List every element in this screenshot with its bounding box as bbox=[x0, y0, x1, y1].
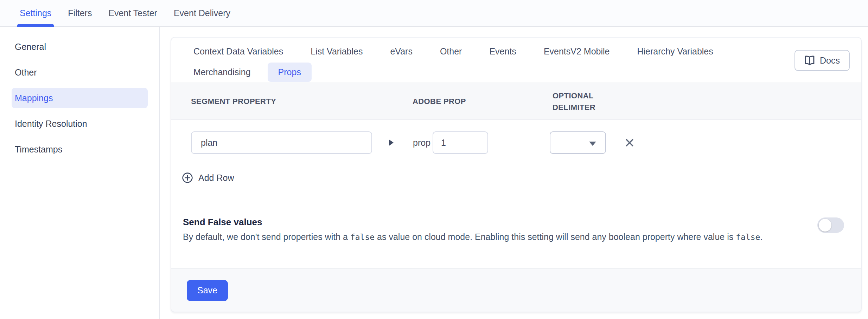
add-row-button[interactable]: Add Row bbox=[182, 172, 234, 183]
table-header: SEGMENT PROPERTY ADOBE PROP OPTIONAL DEL… bbox=[171, 83, 861, 120]
nav-tab-settings[interactable]: Settings bbox=[20, 0, 51, 21]
arrow-right-icon bbox=[389, 139, 394, 146]
send-false-section: Send False values By default, we don't s… bbox=[183, 217, 844, 245]
tab-context-data-variables[interactable]: Context Data Variables bbox=[183, 42, 294, 61]
table-row: prop bbox=[171, 120, 861, 165]
tab-hierarchy-variables[interactable]: Hierarchy Variables bbox=[626, 42, 723, 61]
top-nav: Settings Filters Event Tester Event Deli… bbox=[0, 0, 868, 27]
book-icon bbox=[804, 56, 815, 65]
tab-props[interactable]: Props bbox=[268, 63, 312, 82]
save-button[interactable]: Save bbox=[187, 280, 228, 301]
adobe-prop-prefix-label: prop bbox=[413, 138, 430, 148]
sidebar-item-timestamps[interactable]: Timestamps bbox=[12, 139, 148, 160]
sidebar-item-other[interactable]: Other bbox=[12, 62, 148, 83]
code-false: false bbox=[736, 233, 760, 242]
docs-button-label: Docs bbox=[820, 56, 840, 66]
card-footer: Save bbox=[171, 268, 861, 312]
send-false-title: Send False values bbox=[183, 217, 844, 228]
sidebar-item-mappings[interactable]: Mappings bbox=[12, 88, 148, 108]
column-header-adobe-prop: ADOBE PROP bbox=[413, 96, 553, 107]
send-false-description: By default, we don't send properties wit… bbox=[183, 230, 816, 245]
chevron-down-icon bbox=[589, 142, 596, 146]
column-header-segment-property: SEGMENT PROPERTY bbox=[191, 96, 413, 107]
add-row-label: Add Row bbox=[198, 173, 234, 183]
tab-other[interactable]: Other bbox=[429, 42, 473, 61]
code-false: false bbox=[350, 233, 375, 242]
mappings-card: Context Data Variables List Variables eV… bbox=[171, 37, 862, 312]
optional-delimiter-select[interactable] bbox=[550, 131, 606, 154]
plus-circle-icon bbox=[182, 172, 193, 183]
nav-tab-filters[interactable]: Filters bbox=[68, 0, 92, 21]
docs-button[interactable]: Docs bbox=[794, 50, 850, 71]
main-panel: Context Data Variables List Variables eV… bbox=[160, 27, 868, 319]
settings-sidebar: General Other Mappings Identity Resoluti… bbox=[0, 27, 160, 319]
toggle-knob bbox=[819, 219, 831, 232]
tab-merchandising[interactable]: Merchandising bbox=[183, 63, 261, 82]
sidebar-item-identity-resolution[interactable]: Identity Resolution bbox=[12, 113, 148, 134]
sidebar-item-general[interactable]: General bbox=[12, 37, 148, 57]
tab-events[interactable]: Events bbox=[479, 42, 526, 61]
mappings-tabs: Context Data Variables List Variables eV… bbox=[171, 38, 762, 82]
send-false-toggle[interactable] bbox=[817, 217, 844, 233]
segment-property-input[interactable] bbox=[191, 131, 372, 154]
mappings-tabs-bar: Context Data Variables List Variables eV… bbox=[171, 38, 861, 83]
nav-tab-event-tester[interactable]: Event Tester bbox=[108, 0, 157, 21]
remove-row-button[interactable] bbox=[624, 137, 635, 148]
nav-tab-event-delivery[interactable]: Event Delivery bbox=[174, 0, 230, 21]
tab-eventsv2-mobile[interactable]: EventsV2 Mobile bbox=[533, 42, 620, 61]
tab-evars[interactable]: eVars bbox=[379, 42, 423, 61]
adobe-prop-number-input[interactable] bbox=[433, 131, 488, 154]
column-header-optional-delimiter: OPTIONAL DELIMITER bbox=[553, 90, 616, 113]
content-area: General Other Mappings Identity Resoluti… bbox=[0, 27, 868, 319]
tab-list-variables[interactable]: List Variables bbox=[300, 42, 373, 61]
